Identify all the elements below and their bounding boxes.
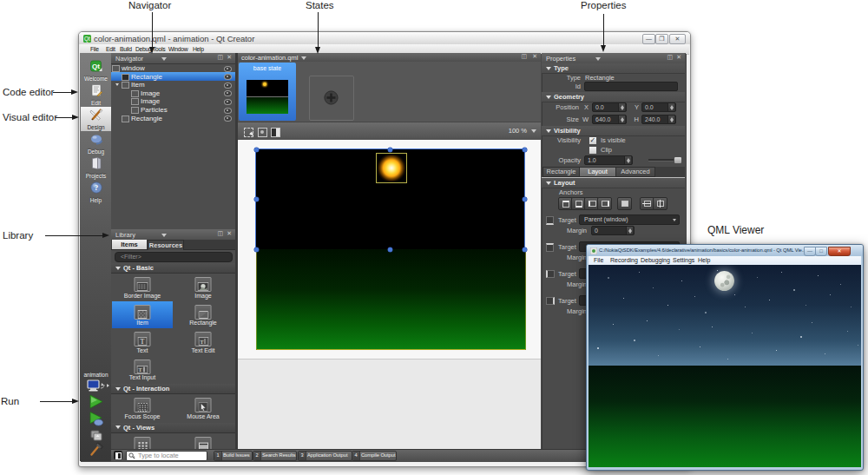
visibility-eye-icon[interactable] (224, 66, 232, 72)
visibility-eye-icon[interactable] (224, 74, 232, 80)
clip-checkbox[interactable] (589, 146, 595, 153)
library-tab-items[interactable]: Items (112, 240, 147, 249)
visibility-eye-icon[interactable] (224, 99, 232, 105)
navigator-item-image-3[interactable]: Image (111, 89, 235, 97)
layout-section-header[interactable]: Layout (542, 178, 685, 188)
zoom-level[interactable]: 100 % (509, 127, 527, 135)
mode-button-help[interactable]: ?Help (81, 180, 111, 204)
visibility-eye-icon[interactable] (224, 82, 232, 89)
selection-handle-4[interactable] (523, 197, 527, 201)
scene-sun-item[interactable] (376, 153, 407, 183)
tab-combo-icon[interactable] (301, 56, 306, 60)
anchor-hcenter-button[interactable] (653, 197, 667, 210)
viewer-menu-recording[interactable]: Recording (610, 256, 638, 265)
w-input[interactable]: 640.0 (592, 115, 627, 124)
viewer-menu-help[interactable]: Help (698, 256, 710, 265)
library-section-0[interactable]: Qt - Basic (111, 263, 235, 274)
locator-input[interactable]: Type to locate (126, 451, 207, 461)
spinner[interactable] (624, 156, 631, 164)
expander-icon[interactable] (115, 83, 119, 86)
x-input[interactable]: 0.0 (592, 102, 627, 112)
maximize-button[interactable]: ❐ (655, 34, 668, 44)
h-input[interactable]: 240.0 (641, 115, 676, 124)
viewer-menu-settings[interactable]: Settings (673, 256, 694, 265)
scene-ground-rect[interactable] (256, 249, 526, 350)
library-item-mouse-area[interactable]: Mouse Area (173, 394, 233, 422)
navigator-item-item-2[interactable]: Item (111, 81, 235, 89)
visibility-eye-icon[interactable] (224, 108, 232, 114)
output-pane-button-application-output[interactable]: 3Application Output (298, 451, 352, 461)
mode-button-welcome[interactable]: QtWelcome (81, 58, 111, 82)
type-section-header[interactable]: Type (542, 63, 685, 74)
mode-button-projects[interactable]: Projects (81, 155, 111, 180)
library-item-text-edit[interactable]: TText Edit (173, 328, 233, 356)
library-item-image[interactable]: Image (173, 274, 233, 301)
selection-handle-7[interactable] (523, 247, 527, 252)
visibility-section-header[interactable]: Visibility (542, 126, 685, 136)
show-bounding-rect-icon[interactable] (258, 128, 267, 137)
viewer-menu-debugging[interactable]: Debugging (641, 256, 670, 265)
opacity-input[interactable]: 1.0 (584, 155, 633, 165)
library-section-1[interactable]: Qt - Interaction (111, 384, 235, 394)
selection-handle-1[interactable] (388, 148, 392, 152)
base-state-tile[interactable]: base state (239, 63, 296, 121)
output-pane-button-search-results[interactable]: 2Search Results (253, 451, 297, 461)
qml-viewer-titlebar[interactable]: C:/NokiaQtSDK/Examples/4.6/declarative/a… (587, 245, 863, 256)
mode-button-design[interactable]: Design (81, 107, 111, 131)
deploy-button[interactable] (90, 429, 102, 440)
properties-split-icon[interactable]: ◫ (667, 54, 673, 61)
run-debug-button[interactable] (89, 412, 104, 426)
properties-tab-advanced[interactable]: Advanced (615, 167, 655, 177)
opacity-slider[interactable] (648, 159, 682, 162)
anchor-fill-button[interactable] (617, 197, 632, 210)
close-button[interactable]: ✕ (669, 34, 686, 44)
navigator-item-image-4[interactable]: Image (111, 97, 235, 106)
split-icon[interactable]: ◫ (217, 54, 223, 61)
qt-creator-titlebar[interactable]: Qt color-animation.qml - animation - Qt … (79, 32, 690, 44)
library-item-text-input[interactable]: TText Input (112, 356, 173, 384)
editor-split-icon[interactable]: ◫ (521, 53, 527, 60)
viewer-menu-file[interactable]: File (594, 256, 603, 265)
close-panel-icon[interactable]: ✕ (227, 54, 232, 61)
library-item-item[interactable]: Item (112, 301, 173, 329)
viewer-close-button[interactable]: ✕ (828, 247, 851, 256)
selection-handle-5[interactable] (254, 247, 259, 252)
spinner[interactable] (667, 103, 674, 111)
library-item-text[interactable]: TText (112, 328, 173, 356)
selection-handle-0[interactable] (254, 148, 259, 152)
library-close-icon[interactable]: ✕ (227, 230, 232, 237)
sidebar-toggle-button[interactable] (114, 451, 122, 459)
run-button[interactable] (89, 394, 104, 409)
properties-tab-layout[interactable]: Layout (579, 167, 616, 177)
navigator-item-particles-5[interactable]: Particles (111, 106, 235, 115)
build-button[interactable] (89, 442, 104, 457)
library-tab-resources[interactable]: Resources (148, 240, 184, 250)
select-tool-icon[interactable] (244, 128, 253, 137)
library-item-focus-scope[interactable]: Focus Scope (112, 394, 173, 422)
geometry-section-header[interactable]: Geometry (542, 92, 685, 102)
library-filter-input[interactable]: <Filter> (115, 252, 233, 262)
anchor-right-button[interactable] (597, 197, 612, 210)
y-input[interactable]: 0.0 (641, 102, 676, 112)
spinner[interactable] (618, 103, 625, 111)
mode-button-debug[interactable]: Debug (81, 131, 111, 155)
navigator-item-rectangle-6[interactable]: Rectangle (111, 114, 235, 122)
navigator-item-window-0[interactable]: window (111, 64, 235, 73)
properties-close-icon[interactable]: ✕ (676, 54, 681, 61)
selection-handle-2[interactable] (523, 148, 527, 152)
visibility-eye-icon[interactable] (224, 115, 232, 122)
mode-button-edit[interactable]: Edit (81, 82, 111, 107)
library-item-border-image[interactable]: Border Image (112, 274, 173, 301)
selection-handle-6[interactable] (388, 247, 392, 252)
navigator-header[interactable]: Navigator◫✕ (111, 53, 235, 64)
visibility-eye-icon[interactable] (224, 90, 232, 96)
editor-close-icon[interactable]: ✕ (532, 53, 537, 60)
navigator-item-rectangle-1[interactable]: Rectangle (111, 72, 235, 81)
zoom-combo-icon[interactable] (531, 129, 536, 133)
spinner[interactable] (667, 115, 674, 123)
output-pane-button-compile-output[interactable]: 4Compile Output (352, 451, 397, 461)
snapping-icon[interactable] (271, 128, 280, 137)
spinner[interactable] (618, 115, 625, 123)
minimize-button[interactable]: — (642, 34, 655, 44)
target-dropdown-0[interactable]: Parent (window) (579, 214, 680, 225)
